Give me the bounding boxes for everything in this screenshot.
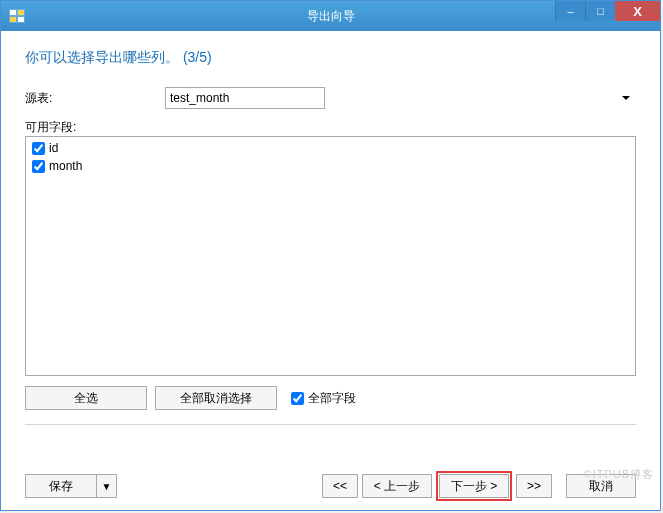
svg-rect-4 bbox=[18, 17, 24, 22]
available-fields-label: 可用字段: bbox=[25, 119, 636, 136]
field-checkbox[interactable] bbox=[32, 142, 45, 155]
available-fields-listbox[interactable]: idmonth bbox=[25, 136, 636, 376]
last-button[interactable]: >> bbox=[516, 474, 552, 498]
window-buttons: – □ X bbox=[555, 1, 660, 21]
source-table-select[interactable] bbox=[165, 87, 325, 109]
svg-rect-1 bbox=[10, 10, 16, 15]
svg-rect-3 bbox=[10, 17, 16, 22]
page-heading: 你可以选择导出哪些列。 (3/5) bbox=[25, 49, 636, 67]
save-button[interactable]: 保存 bbox=[25, 474, 97, 498]
app-icon bbox=[7, 8, 27, 24]
window: 导出向导 – □ X 你可以选择导出哪些列。 (3/5) 源表: 可用字段: i… bbox=[0, 0, 661, 511]
selection-row: 全选 全部取消选择 全部字段 bbox=[25, 386, 636, 410]
close-button[interactable]: X bbox=[615, 1, 660, 21]
svg-rect-2 bbox=[18, 10, 24, 15]
field-item[interactable]: month bbox=[30, 157, 631, 175]
title-bar: 导出向导 – □ X bbox=[1, 1, 660, 31]
field-name: id bbox=[49, 141, 58, 155]
footer-bar: 保存 ▼ << < 上一步 下一步 > >> 取消 bbox=[1, 462, 660, 510]
source-table-label: 源表: bbox=[25, 90, 165, 107]
save-split-button: 保存 ▼ bbox=[25, 474, 117, 498]
first-button[interactable]: << bbox=[322, 474, 358, 498]
maximize-button[interactable]: □ bbox=[585, 1, 615, 21]
field-checkbox[interactable] bbox=[32, 160, 45, 173]
all-fields-checkbox-wrap[interactable]: 全部字段 bbox=[291, 390, 356, 407]
field-item[interactable]: id bbox=[30, 139, 631, 157]
cancel-button[interactable]: 取消 bbox=[566, 474, 636, 498]
deselect-all-button[interactable]: 全部取消选择 bbox=[155, 386, 277, 410]
next-button[interactable]: 下一步 > bbox=[439, 474, 509, 498]
source-table-row: 源表: bbox=[25, 87, 636, 109]
footer-separator bbox=[25, 424, 636, 425]
all-fields-label: 全部字段 bbox=[308, 390, 356, 407]
select-all-button[interactable]: 全选 bbox=[25, 386, 147, 410]
prev-button[interactable]: < 上一步 bbox=[362, 474, 432, 498]
all-fields-checkbox[interactable] bbox=[291, 392, 304, 405]
content-area: 你可以选择导出哪些列。 (3/5) 源表: 可用字段: idmonth 全选 全… bbox=[1, 31, 660, 462]
minimize-button[interactable]: – bbox=[555, 1, 585, 21]
nav-buttons: << < 上一步 下一步 > >> 取消 bbox=[322, 471, 636, 501]
window-title: 导出向导 bbox=[307, 8, 355, 25]
source-table-select-wrap bbox=[165, 87, 636, 109]
field-name: month bbox=[49, 159, 82, 173]
next-button-highlight: 下一步 > bbox=[436, 471, 512, 501]
save-dropdown-button[interactable]: ▼ bbox=[97, 474, 117, 498]
